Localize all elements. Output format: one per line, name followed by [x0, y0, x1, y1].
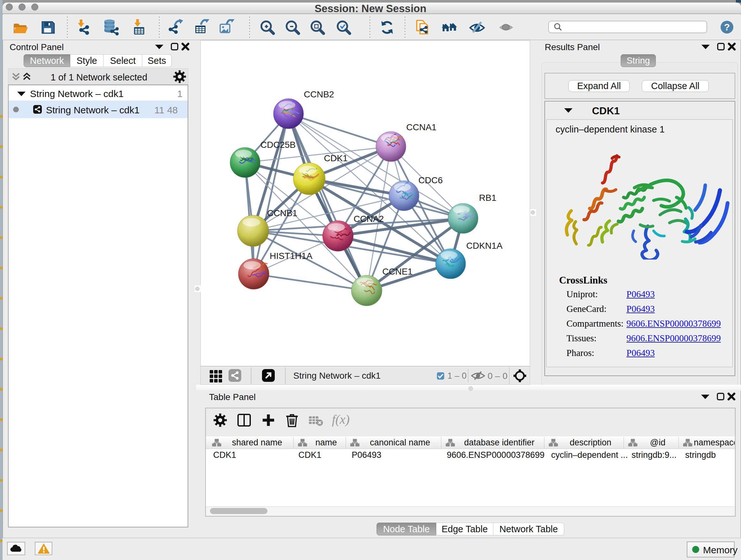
- svg-text:CCNA2: CCNA2: [354, 214, 384, 224]
- svg-text:CCNA1: CCNA1: [406, 122, 436, 132]
- svg-text:CCNE1: CCNE1: [382, 266, 413, 276]
- svg-text:CDKN1A: CDKN1A: [466, 241, 502, 251]
- svg-text:CCNB1: CCNB1: [267, 208, 297, 218]
- svg-text:HIST1H1A: HIST1H1A: [270, 251, 313, 261]
- svg-text:CDC25B: CDC25B: [260, 140, 295, 150]
- svg-text:CDK1: CDK1: [324, 153, 348, 163]
- svg-text:CCNB2: CCNB2: [304, 89, 334, 99]
- svg-text:RB1: RB1: [479, 193, 496, 203]
- svg-text:CDC6: CDC6: [418, 175, 443, 185]
